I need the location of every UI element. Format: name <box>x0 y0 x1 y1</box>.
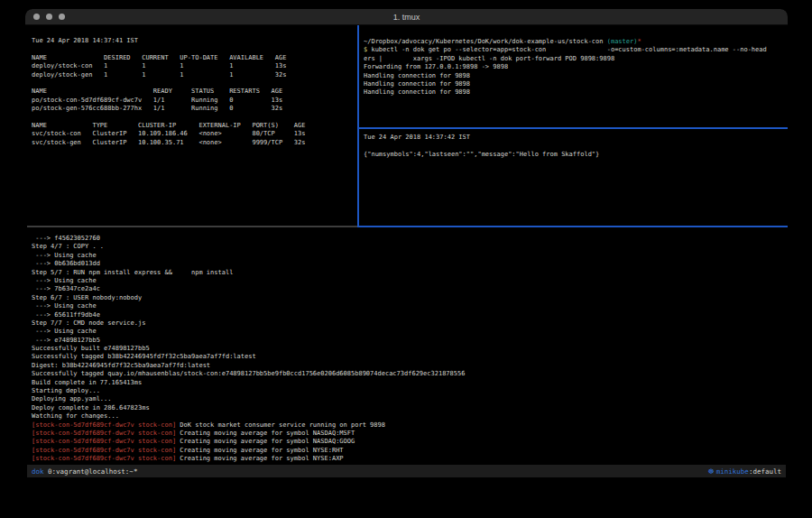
terminal-line: ers | xargs -IPOD kubectl -n dok port-fo… <box>364 55 784 63</box>
terminal-line: Handling connection for 9898 <box>364 72 784 80</box>
terminal-line <box>32 79 355 88</box>
statusbar-right: ☸minikube:default <box>708 467 781 476</box>
terminal-line: Successfully built e74898127bb5 <box>32 345 784 353</box>
terminal-text-segment: [stock-con-5d7df689cf-dwc7v stock-con] <box>32 455 176 462</box>
terminal-line: po/stock-gen-576cc688bb-277hx 1/1 Runnin… <box>32 105 355 113</box>
terminal-line: NAME TYPE CLUSTER-IP EXTERNAL-IP PORT(S)… <box>32 122 355 130</box>
terminal-text-segment: [stock-con-5d7df689cf-dwc7v stock-con] <box>32 438 176 445</box>
terminal-line: ~/Dropbox/advocacy/Kubernetes/DoK/work/d… <box>364 38 784 46</box>
kube-context: minikube <box>716 467 749 476</box>
terminal-line: ---> Using cache <box>32 277 784 285</box>
terminal-line: Step 4/7 : COPY . . <box>32 243 784 251</box>
pane-divider-bottom-left[interactable] <box>27 226 357 227</box>
window-title: 1. tmux <box>393 13 420 22</box>
terminal-line: [stock-con-5d7df689cf-dwc7v stock-con] C… <box>32 430 784 438</box>
minimize-icon[interactable] <box>46 14 52 20</box>
kube-namespace: :default <box>749 467 781 476</box>
terminal-line: ---> Using cache <box>32 252 784 260</box>
terminal-line: [stock-con-5d7df689cf-dwc7v stock-con] C… <box>32 447 784 455</box>
terminal-line: ---> f45623052760 <box>32 235 784 243</box>
terminal-line: Successfully tagged b38b42246945fd7f32c5… <box>32 353 784 361</box>
terminal-text-segment: Creating moving average for symbol NYSE:… <box>176 447 343 454</box>
terminal-line: Digest: b38b42246945fd7f32c5ba9aea7af7fd… <box>32 362 784 370</box>
terminal-line <box>32 45 355 53</box>
pane-divider-vertical[interactable] <box>357 25 359 227</box>
terminal-line: deploy/stock-gen 1 1 1 1 32s <box>32 71 355 79</box>
terminal-line: deploy/stock-con 1 1 1 1 13s <box>32 62 355 70</box>
pane-skaffold-log[interactable]: ---> f45623052760Step 4/7 : COPY . . ---… <box>32 235 784 464</box>
terminal-text-segment: kubectl -n dok get po --selector=app=sto… <box>371 46 766 53</box>
terminal-line: svc/stock-gen ClusterIP 10.100.35.71 <no… <box>32 139 355 147</box>
terminal-line: Successfully tagged quay.io/mhausenblas/… <box>32 370 784 378</box>
terminal-line: ---> 65611ff9db4e <box>32 311 784 319</box>
terminal-line: po/stock-con-5d7df689cf-dwc7v 1/1 Runnin… <box>32 97 355 105</box>
terminal-line: ---> 0b636bd013dd <box>32 260 784 268</box>
terminal-line: Tue 24 Apr 2018 14:37:42 IST <box>364 134 784 142</box>
terminal-line: ---> Using cache <box>32 302 784 310</box>
terminal-line: Deploy complete in 286.647823ms <box>32 404 784 412</box>
terminal-line: Handling connection for 9898 <box>364 80 784 88</box>
window-controls <box>33 9 65 24</box>
session-name: dok <box>32 467 44 476</box>
terminal-line: Step 6/7 : USER nobody:nobody <box>32 294 784 302</box>
terminal-text-segment: [stock-con-5d7df689cf-dwc7v stock-con] <box>32 447 176 454</box>
terminal-line: $ kubectl -n dok get po --selector=app=s… <box>364 46 784 54</box>
terminal-text-segment: * <box>637 38 641 45</box>
terminal-line: Handling connection for 9898 <box>364 88 784 97</box>
terminal-line: ---> 7b6347ce2a4c <box>32 285 784 293</box>
terminal-line: {"numsymbols":4,"lastseen":"","message":… <box>364 151 784 159</box>
tmux-statusbar: dok 0:vagrant@localhost:~* ☸minikube:def… <box>27 465 786 477</box>
pane-http-watch[interactable]: Tue 24 Apr 2018 14:37:42 IST {"numsymbol… <box>364 134 784 224</box>
kubernetes-icon: ☸ <box>708 467 715 476</box>
terminal-line: [stock-con-5d7df689cf-dwc7v stock-con] D… <box>32 421 784 430</box>
window-titlebar[interactable]: 1. tmux <box>25 9 788 25</box>
close-icon[interactable] <box>33 14 40 20</box>
pane-divider-bottom-right[interactable] <box>357 226 788 227</box>
terminal-window: 1. tmux Tue 24 Apr 2018 14:37:41 IST NAM… <box>25 9 788 504</box>
terminal-line: Step 5/7 : RUN npm install express && np… <box>32 269 784 277</box>
terminal-line <box>364 142 784 150</box>
zoom-icon[interactable] <box>59 14 65 20</box>
terminal-line: NAME READY STATUS RESTARTS AGE <box>32 88 355 96</box>
pane-divider-right-horizontal[interactable] <box>359 127 788 129</box>
terminal-line: Build complete in 77.165413ms <box>32 379 784 387</box>
terminal-text-segment: [stock-con-5d7df689cf-dwc7v stock-con] <box>32 421 176 429</box>
terminal-text-segment: Creating moving average for symbol NASDA… <box>176 438 355 445</box>
terminal-text-segment: Creating moving average for symbol NASDA… <box>176 430 355 437</box>
desktop: { "colors": { "fg": "#d6d6d0", "red": "#… <box>0 0 812 518</box>
terminal-line: Tue 24 Apr 2018 14:37:41 IST <box>32 37 355 45</box>
terminal-line: ---> Using cache <box>32 328 784 336</box>
terminal-line: NAME DESIRED CURRENT UP-TO-DATE AVAILABL… <box>32 54 355 62</box>
terminal-text-segment: Creating moving average for symbol NYSE:… <box>176 455 343 462</box>
terminal-line: [stock-con-5d7df689cf-dwc7v stock-con] C… <box>32 438 784 446</box>
terminal-line: Watching for changes... <box>32 412 784 421</box>
terminal-line: svc/stock-con ClusterIP 10.109.186.46 <n… <box>32 130 355 138</box>
window-item[interactable]: 0:vagrant@localhost:~* <box>48 467 137 476</box>
terminal-text-segment: ~/Dropbox/advocacy/Kubernetes/DoK/work/d… <box>364 38 607 45</box>
terminal-text-segment: [stock-con-5d7df689cf-dwc7v stock-con] <box>32 430 176 437</box>
pane-kubectl-watch[interactable]: Tue 24 Apr 2018 14:37:41 IST NAME DESIRE… <box>32 37 355 225</box>
pane-shell[interactable]: ~/Dropbox/advocacy/Kubernetes/DoK/work/d… <box>364 38 784 125</box>
terminal-text-segment: (master) <box>607 38 638 45</box>
terminal-line: ---> e74898127bb5 <box>32 337 784 345</box>
terminal-line: Deploying app.yaml... <box>32 395 784 403</box>
terminal-line: Starting deploy... <box>32 387 784 395</box>
terminal-line: Forwarding from 127.0.0.1:9898 -> 9898 <box>364 63 784 71</box>
terminal-text-segment: DoK stock market consumer service runnin… <box>176 421 385 429</box>
terminal-line <box>32 114 355 122</box>
terminal-line: Step 7/7 : CMD node service.js <box>32 319 784 328</box>
terminal-line: [stock-con-5d7df689cf-dwc7v stock-con] C… <box>32 455 784 463</box>
